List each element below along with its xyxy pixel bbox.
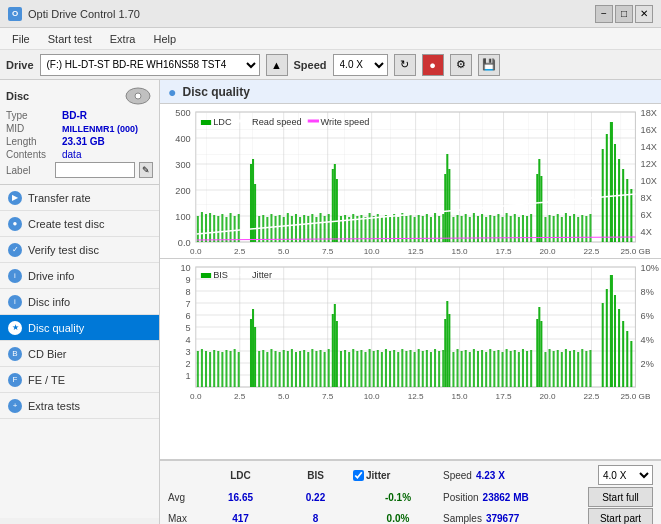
position-row: Position 23862 MB bbox=[443, 492, 588, 503]
start-part-button[interactable]: Start part bbox=[588, 508, 653, 524]
svg-rect-129 bbox=[536, 174, 538, 242]
type-label: Type bbox=[6, 110, 58, 121]
refresh-button[interactable]: ↻ bbox=[394, 54, 416, 76]
contents-label: Contents bbox=[6, 149, 58, 160]
maximize-button[interactable]: □ bbox=[615, 5, 633, 23]
start-full-button[interactable]: Start full bbox=[588, 487, 653, 507]
svg-rect-286 bbox=[518, 352, 520, 387]
svg-rect-150 bbox=[626, 179, 628, 242]
svg-text:5.0: 5.0 bbox=[278, 247, 290, 256]
settings-button[interactable]: ⚙ bbox=[450, 54, 472, 76]
svg-rect-92 bbox=[389, 216, 391, 242]
sidebar-item-cd-bier[interactable]: B CD Bier bbox=[0, 341, 159, 367]
svg-rect-217 bbox=[250, 319, 252, 387]
speed-select[interactable]: 4.0 X bbox=[333, 54, 388, 76]
speed-stat-label: Speed bbox=[443, 470, 472, 481]
length-value: 23.31 GB bbox=[62, 136, 105, 147]
svg-rect-249 bbox=[373, 351, 375, 387]
svg-rect-239 bbox=[334, 304, 336, 387]
sidebar-item-extra-tests[interactable]: + Extra tests bbox=[0, 393, 159, 419]
stats-data: Avg 16.65 0.22 -0.1% Position 23862 MB S… bbox=[168, 487, 653, 524]
svg-rect-305 bbox=[602, 303, 604, 387]
transfer-rate-icon: ▶ bbox=[8, 191, 22, 205]
status-window-row: Status window > > bbox=[0, 518, 159, 524]
disc-quality-icon: ★ bbox=[8, 321, 22, 335]
disc-button[interactable]: ● bbox=[422, 54, 444, 76]
save-button[interactable]: 💾 bbox=[478, 54, 500, 76]
avg-label: Avg bbox=[168, 492, 203, 503]
svg-rect-209 bbox=[209, 352, 211, 387]
menubar: File Start test Extra Help bbox=[0, 28, 661, 50]
svg-text:10X: 10X bbox=[641, 176, 657, 186]
svg-text:7.5: 7.5 bbox=[322, 392, 334, 401]
svg-rect-83 bbox=[352, 214, 354, 242]
svg-rect-93 bbox=[393, 214, 395, 242]
svg-rect-235 bbox=[320, 350, 322, 387]
content-header: ● Disc quality bbox=[160, 80, 661, 104]
sidebar-item-disc-quality[interactable]: ★ Disc quality bbox=[0, 315, 159, 341]
svg-rect-279 bbox=[489, 349, 491, 387]
svg-rect-224 bbox=[275, 351, 277, 387]
svg-rect-210 bbox=[213, 350, 215, 387]
svg-rect-262 bbox=[426, 350, 428, 387]
svg-point-1 bbox=[135, 93, 141, 99]
sidebar-item-drive-info[interactable]: i Drive info bbox=[0, 263, 159, 289]
svg-rect-307 bbox=[610, 275, 613, 387]
svg-rect-95 bbox=[401, 213, 403, 242]
svg-text:12.5: 12.5 bbox=[408, 392, 424, 401]
sidebar-item-create-test-disc[interactable]: ● Create test disc bbox=[0, 211, 159, 237]
svg-rect-51 bbox=[221, 214, 223, 242]
sidebar-item-verify-test-disc[interactable]: ✓ Verify test disc bbox=[0, 237, 159, 263]
jitter-checkbox[interactable] bbox=[353, 470, 364, 481]
svg-rect-138 bbox=[569, 216, 571, 242]
svg-text:400: 400 bbox=[175, 134, 190, 144]
svg-rect-285 bbox=[514, 350, 516, 387]
svg-rect-301 bbox=[577, 352, 579, 387]
svg-rect-46 bbox=[201, 212, 203, 242]
svg-rect-270 bbox=[452, 352, 454, 387]
menu-start-test[interactable]: Start test bbox=[40, 31, 100, 47]
svg-rect-271 bbox=[457, 349, 459, 387]
menu-help[interactable]: Help bbox=[145, 31, 184, 47]
svg-text:18X: 18X bbox=[641, 108, 657, 118]
svg-rect-69 bbox=[299, 217, 301, 242]
nav-label-extra-tests: Extra tests bbox=[28, 400, 80, 412]
stats-header-row: LDC BIS Jitter Speed 4.23 X 4.0 X 1.0 X … bbox=[168, 465, 653, 485]
svg-rect-206 bbox=[197, 351, 199, 387]
ldc-chart-svg: 500 400 300 200 100 0.0 18X 16X 14X 12X … bbox=[160, 104, 661, 259]
svg-text:0.0: 0.0 bbox=[190, 392, 202, 401]
svg-rect-251 bbox=[381, 352, 383, 387]
close-button[interactable]: ✕ bbox=[635, 5, 653, 23]
svg-rect-55 bbox=[238, 214, 240, 242]
disc-quality-header-icon: ● bbox=[168, 84, 176, 100]
svg-text:25.0 GB: 25.0 GB bbox=[620, 392, 650, 401]
svg-rect-257 bbox=[405, 351, 407, 387]
label-label: Label bbox=[6, 165, 51, 176]
menu-file[interactable]: File bbox=[4, 31, 38, 47]
svg-rect-304 bbox=[589, 350, 591, 387]
svg-rect-267 bbox=[444, 319, 446, 387]
eject-button[interactable]: ▲ bbox=[266, 54, 288, 76]
svg-text:8: 8 bbox=[186, 287, 191, 297]
svg-rect-106 bbox=[444, 174, 446, 242]
nav-label-transfer-rate: Transfer rate bbox=[28, 192, 91, 204]
svg-rect-91 bbox=[385, 215, 387, 242]
svg-rect-222 bbox=[266, 352, 268, 387]
minimize-button[interactable]: − bbox=[595, 5, 613, 23]
position-value: 23862 MB bbox=[483, 492, 529, 503]
nav-label-drive-info: Drive info bbox=[28, 270, 74, 282]
menu-extra[interactable]: Extra bbox=[102, 31, 144, 47]
sidebar-item-fe-te[interactable]: F FE / TE bbox=[0, 367, 159, 393]
create-test-disc-icon: ● bbox=[8, 217, 22, 231]
sidebar-item-disc-info[interactable]: i Disc info bbox=[0, 289, 159, 315]
label-edit-button[interactable]: ✎ bbox=[139, 162, 153, 178]
drive-select[interactable]: (F:) HL-DT-ST BD-RE WH16NS58 TST4 bbox=[40, 54, 260, 76]
contents-value: data bbox=[62, 149, 81, 160]
svg-rect-263 bbox=[430, 352, 432, 387]
label-input[interactable] bbox=[55, 162, 135, 178]
svg-rect-131 bbox=[540, 176, 542, 242]
sidebar-item-transfer-rate[interactable]: ▶ Transfer rate bbox=[0, 185, 159, 211]
speed-dropdown[interactable]: 4.0 X 1.0 X 2.0 X 8.0 X bbox=[598, 465, 653, 485]
svg-rect-280 bbox=[493, 351, 495, 387]
svg-rect-64 bbox=[279, 215, 281, 242]
